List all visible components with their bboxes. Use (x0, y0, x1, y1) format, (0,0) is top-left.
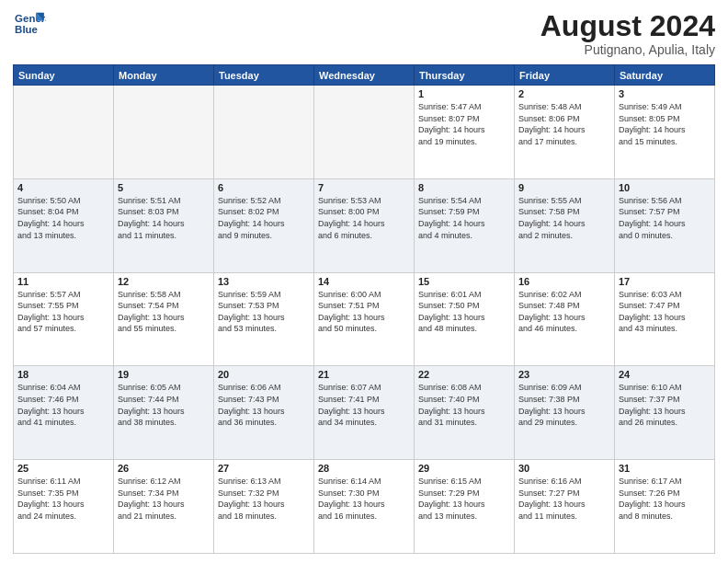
calendar-cell: 25Sunrise: 6:11 AM Sunset: 7:35 PM Dayli… (14, 460, 114, 554)
calendar-table: Sunday Monday Tuesday Wednesday Thursday… (13, 64, 715, 554)
calendar-cell: 23Sunrise: 6:09 AM Sunset: 7:38 PM Dayli… (515, 366, 615, 460)
day-number: 12 (118, 276, 210, 287)
calendar-cell: 21Sunrise: 6:07 AM Sunset: 7:41 PM Dayli… (314, 366, 415, 460)
day-number: 3 (619, 88, 711, 99)
day-number: 2 (518, 88, 610, 99)
calendar-cell: 13Sunrise: 5:59 AM Sunset: 7:53 PM Dayli… (214, 272, 314, 366)
day-number: 18 (17, 369, 109, 380)
month-title: August 2024 (540, 11, 715, 40)
day-info: Sunrise: 6:10 AM Sunset: 7:37 PM Dayligh… (619, 382, 711, 428)
day-info: Sunrise: 6:13 AM Sunset: 7:32 PM Dayligh… (218, 476, 310, 522)
location: Putignano, Apulia, Italy (540, 42, 715, 57)
calendar-cell: 8Sunrise: 5:54 AM Sunset: 7:59 PM Daylig… (415, 178, 515, 272)
day-number: 20 (218, 369, 310, 380)
svg-text:Blue: Blue (15, 24, 38, 35)
calendar-week-row: 1Sunrise: 5:47 AM Sunset: 8:07 PM Daylig… (14, 86, 715, 179)
day-number: 8 (418, 182, 510, 193)
calendar-cell: 24Sunrise: 6:10 AM Sunset: 7:37 PM Dayli… (615, 366, 715, 460)
day-number: 27 (218, 463, 310, 474)
day-number: 1 (418, 88, 510, 99)
calendar-week-row: 4Sunrise: 5:50 AM Sunset: 8:04 PM Daylig… (14, 178, 715, 272)
calendar-week-row: 18Sunrise: 6:04 AM Sunset: 7:46 PM Dayli… (14, 366, 715, 460)
calendar-cell: 29Sunrise: 6:15 AM Sunset: 7:29 PM Dayli… (415, 460, 515, 554)
weekday-header-row: Sunday Monday Tuesday Wednesday Thursday… (14, 65, 715, 86)
calendar-cell: 12Sunrise: 5:58 AM Sunset: 7:54 PM Dayli… (114, 272, 214, 366)
day-info: Sunrise: 6:09 AM Sunset: 7:38 PM Dayligh… (518, 382, 610, 428)
calendar-cell: 15Sunrise: 6:01 AM Sunset: 7:50 PM Dayli… (415, 272, 515, 366)
day-number: 30 (518, 463, 610, 474)
calendar-cell: 9Sunrise: 5:55 AM Sunset: 7:58 PM Daylig… (515, 178, 615, 272)
day-info: Sunrise: 5:57 AM Sunset: 7:55 PM Dayligh… (17, 289, 109, 335)
day-info: Sunrise: 6:08 AM Sunset: 7:40 PM Dayligh… (418, 382, 510, 428)
day-number: 16 (518, 276, 610, 287)
title-block: August 2024 Putignano, Apulia, Italy (540, 11, 715, 57)
header-wednesday: Wednesday (314, 65, 415, 86)
day-number: 29 (418, 463, 510, 474)
calendar-cell: 11Sunrise: 5:57 AM Sunset: 7:55 PM Dayli… (14, 272, 114, 366)
calendar-cell: 1Sunrise: 5:47 AM Sunset: 8:07 PM Daylig… (415, 86, 515, 179)
header-thursday: Thursday (415, 65, 515, 86)
day-info: Sunrise: 5:59 AM Sunset: 7:53 PM Dayligh… (218, 289, 310, 335)
calendar-cell (114, 86, 214, 179)
day-number: 24 (619, 369, 711, 380)
day-info: Sunrise: 6:17 AM Sunset: 7:26 PM Dayligh… (619, 476, 711, 522)
calendar-cell: 10Sunrise: 5:56 AM Sunset: 7:57 PM Dayli… (615, 178, 715, 272)
page-container: General Blue August 2024 Putignano, Apul… (0, 0, 728, 563)
day-number: 23 (518, 369, 610, 380)
calendar-cell: 20Sunrise: 6:06 AM Sunset: 7:43 PM Dayli… (214, 366, 314, 460)
day-info: Sunrise: 6:06 AM Sunset: 7:43 PM Dayligh… (218, 382, 310, 428)
day-number: 15 (418, 276, 510, 287)
day-number: 31 (619, 463, 711, 474)
calendar-cell: 26Sunrise: 6:12 AM Sunset: 7:34 PM Dayli… (114, 460, 214, 554)
calendar-cell: 3Sunrise: 5:49 AM Sunset: 8:05 PM Daylig… (615, 86, 715, 179)
day-info: Sunrise: 6:05 AM Sunset: 7:44 PM Dayligh… (118, 382, 210, 428)
day-number: 5 (118, 182, 210, 193)
calendar-cell: 17Sunrise: 6:03 AM Sunset: 7:47 PM Dayli… (615, 272, 715, 366)
calendar-cell (214, 86, 314, 179)
day-info: Sunrise: 5:58 AM Sunset: 7:54 PM Dayligh… (118, 289, 210, 335)
day-info: Sunrise: 5:56 AM Sunset: 7:57 PM Dayligh… (619, 195, 711, 241)
calendar-cell: 27Sunrise: 6:13 AM Sunset: 7:32 PM Dayli… (214, 460, 314, 554)
day-number: 9 (518, 182, 610, 193)
day-number: 6 (218, 182, 310, 193)
day-number: 26 (118, 463, 210, 474)
calendar-cell (314, 86, 415, 179)
header-monday: Monday (114, 65, 214, 86)
day-info: Sunrise: 6:14 AM Sunset: 7:30 PM Dayligh… (318, 476, 410, 522)
calendar-cell: 31Sunrise: 6:17 AM Sunset: 7:26 PM Dayli… (615, 460, 715, 554)
calendar-week-row: 25Sunrise: 6:11 AM Sunset: 7:35 PM Dayli… (14, 460, 715, 554)
day-info: Sunrise: 5:54 AM Sunset: 7:59 PM Dayligh… (418, 195, 510, 241)
day-info: Sunrise: 5:55 AM Sunset: 7:58 PM Dayligh… (518, 195, 610, 241)
logo-icon: General Blue (13, 11, 46, 39)
header: General Blue August 2024 Putignano, Apul… (13, 11, 715, 57)
header-sunday: Sunday (14, 65, 114, 86)
calendar-week-row: 11Sunrise: 5:57 AM Sunset: 7:55 PM Dayli… (14, 272, 715, 366)
day-info: Sunrise: 6:15 AM Sunset: 7:29 PM Dayligh… (418, 476, 510, 522)
calendar-cell: 18Sunrise: 6:04 AM Sunset: 7:46 PM Dayli… (14, 366, 114, 460)
day-info: Sunrise: 5:50 AM Sunset: 8:04 PM Dayligh… (17, 195, 109, 241)
day-info: Sunrise: 6:03 AM Sunset: 7:47 PM Dayligh… (619, 289, 711, 335)
day-info: Sunrise: 6:12 AM Sunset: 7:34 PM Dayligh… (118, 476, 210, 522)
calendar-cell: 30Sunrise: 6:16 AM Sunset: 7:27 PM Dayli… (515, 460, 615, 554)
day-info: Sunrise: 6:00 AM Sunset: 7:51 PM Dayligh… (318, 289, 410, 335)
day-number: 28 (318, 463, 410, 474)
day-info: Sunrise: 6:07 AM Sunset: 7:41 PM Dayligh… (318, 382, 410, 428)
calendar-cell: 4Sunrise: 5:50 AM Sunset: 8:04 PM Daylig… (14, 178, 114, 272)
calendar-cell: 19Sunrise: 6:05 AM Sunset: 7:44 PM Dayli… (114, 366, 214, 460)
calendar-cell: 22Sunrise: 6:08 AM Sunset: 7:40 PM Dayli… (415, 366, 515, 460)
calendar-cell: 6Sunrise: 5:52 AM Sunset: 8:02 PM Daylig… (214, 178, 314, 272)
day-info: Sunrise: 6:02 AM Sunset: 7:48 PM Dayligh… (518, 289, 610, 335)
day-number: 22 (418, 369, 510, 380)
calendar-cell: 16Sunrise: 6:02 AM Sunset: 7:48 PM Dayli… (515, 272, 615, 366)
day-number: 14 (318, 276, 410, 287)
day-number: 10 (619, 182, 711, 193)
day-number: 25 (17, 463, 109, 474)
day-info: Sunrise: 6:01 AM Sunset: 7:50 PM Dayligh… (418, 289, 510, 335)
calendar-cell: 28Sunrise: 6:14 AM Sunset: 7:30 PM Dayli… (314, 460, 415, 554)
day-number: 4 (17, 182, 109, 193)
header-saturday: Saturday (615, 65, 715, 86)
day-info: Sunrise: 6:16 AM Sunset: 7:27 PM Dayligh… (518, 476, 610, 522)
header-tuesday: Tuesday (214, 65, 314, 86)
day-number: 7 (318, 182, 410, 193)
header-friday: Friday (515, 65, 615, 86)
